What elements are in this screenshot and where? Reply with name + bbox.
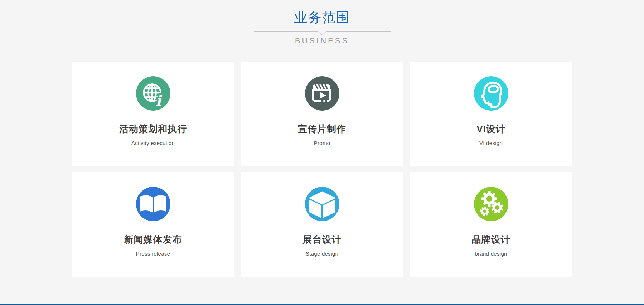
card-title: 活动策划和执行: [119, 123, 187, 135]
card-title: 新闻媒体发布: [124, 233, 182, 246]
card-title: 宣传片制作: [298, 123, 346, 135]
card-title: 展台设计: [303, 233, 342, 246]
service-card-promo: 宣传片制作 Promo: [241, 62, 403, 166]
open-book-icon: [136, 187, 170, 221]
service-card-stage-design: 展台设计 Stage design: [241, 172, 403, 277]
clapperboard-play-icon: [305, 76, 339, 111]
cube-icon: [305, 187, 339, 221]
card-title: VI设计: [476, 123, 505, 135]
card-subtitle: brand design: [475, 251, 507, 257]
section-divider: [221, 27, 423, 36]
card-subtitle: Press release: [136, 251, 170, 257]
section-subtitle: BUSINESS: [0, 36, 644, 45]
service-card-vi-design: VI设计 VI design: [410, 62, 572, 166]
services-grid: i 活动策划和执行 Activity execution: [72, 62, 572, 277]
head-profile-icon: [474, 76, 508, 111]
card-subtitle: Promo: [314, 140, 330, 146]
gears-icon: [474, 187, 508, 221]
footer-accent-bar: [0, 304, 644, 305]
card-title: 品牌设计: [472, 233, 510, 246]
service-card-activity-execution: i 活动策划和执行 Activity execution: [72, 62, 234, 166]
business-section: 业务范围 BUSINESS i 活: [0, 0, 644, 305]
card-subtitle: VI design: [479, 140, 503, 146]
card-subtitle: Activity execution: [131, 140, 175, 146]
svg-text:i: i: [155, 92, 163, 110]
service-card-brand-design: 品牌设计 brand design: [410, 172, 572, 277]
globe-info-icon: i: [136, 76, 170, 111]
card-subtitle: Stage design: [306, 251, 338, 257]
service-card-press-release: 新闻媒体发布 Press release: [72, 172, 234, 277]
section-title: 业务范围: [0, 9, 644, 26]
